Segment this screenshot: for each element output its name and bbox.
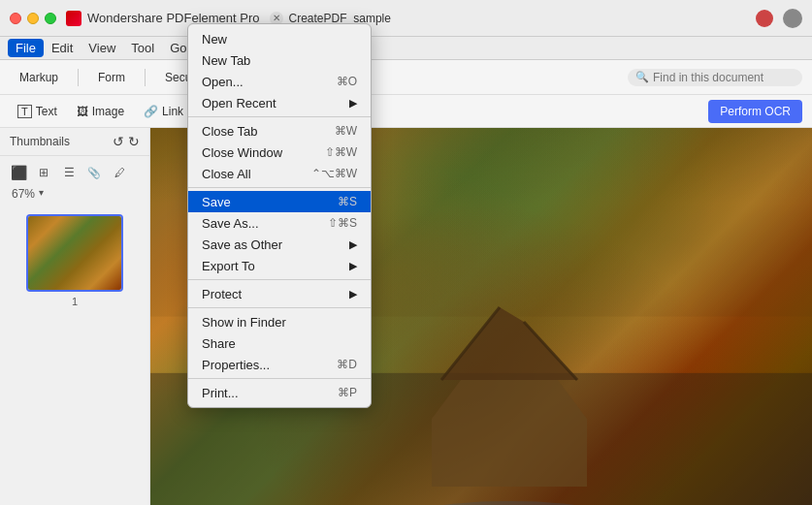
separator-5	[188, 378, 371, 379]
titlebar-right	[756, 9, 802, 28]
toolbar-form[interactable]: Form	[88, 68, 135, 87]
traffic-lights	[10, 13, 56, 24]
separator-2	[188, 187, 371, 188]
page-number: 1	[72, 296, 78, 307]
menu-save-as[interactable]: Save As... ⇧⌘S	[188, 212, 371, 234]
menubar: File Edit View Tool Go Window Help	[0, 37, 812, 60]
toolbar2-link[interactable]: 🔗 Link	[136, 102, 191, 121]
notification-icon[interactable]	[756, 10, 773, 27]
menu-show-in-finder-label: Show in Finder	[202, 315, 286, 330]
menu-save-shortcut: ⌘S	[338, 195, 357, 208]
menu-new[interactable]: New	[188, 28, 371, 49]
svg-marker-3	[441, 307, 577, 380]
menu-new-tab[interactable]: New Tab	[188, 49, 371, 71]
menu-close-tab-shortcut: ⌘W	[335, 124, 357, 138]
menu-print-label: Print...	[202, 386, 239, 400]
sidebar-title: Thumbnails	[10, 135, 70, 148]
thumbnail-area: 1	[0, 206, 149, 505]
menu-save[interactable]: Save ⌘S	[188, 191, 371, 212]
file-menu-dropdown: New New Tab Open... ⌘O Open Recent ▶ Clo…	[187, 23, 372, 408]
menu-protect-arrow: ▶	[349, 288, 357, 300]
close-button[interactable]	[10, 13, 21, 24]
image-label: Image	[92, 105, 124, 118]
separator-3	[188, 279, 371, 280]
sidebar-tools: ⬛ ⊞ ☰ 📎 🖊 67% ▾	[0, 156, 149, 206]
menu-close-window-shortcut: ⇧⌘W	[325, 145, 357, 159]
menu-item-tool[interactable]: Tool	[123, 39, 162, 57]
menu-close-all-shortcut: ⌃⌥⌘W	[311, 167, 357, 180]
toolbar2: T Text 🖼 Image 🔗 Link Perform OCR	[0, 95, 812, 128]
menu-close-window[interactable]: Close Window ⇧⌘W	[188, 142, 371, 163]
menu-export-to-label: Export To	[202, 259, 255, 273]
menu-open-recent-arrow: ▶	[349, 97, 357, 110]
thumbnail-image	[28, 216, 121, 290]
separator-4	[188, 307, 371, 308]
sidebar-tool-5[interactable]: 🖊	[109, 162, 130, 183]
divider-1	[78, 69, 79, 86]
menu-open-recent-label: Open Recent	[202, 96, 276, 110]
toolbar2-image[interactable]: 🖼 Image	[69, 102, 132, 121]
sidebar-tool-3[interactable]: ☰	[58, 162, 80, 183]
menu-save-as-other[interactable]: Save as Other ▶	[188, 234, 371, 255]
menu-close-tab[interactable]: Close Tab ⌘W	[188, 120, 371, 142]
menu-open-label: Open...	[202, 75, 244, 89]
menu-export-to[interactable]: Export To ▶	[188, 255, 371, 276]
link-icon: 🔗	[144, 105, 158, 118]
minimize-button[interactable]	[27, 13, 39, 24]
menu-open-recent[interactable]: Open Recent ▶	[188, 92, 371, 113]
menu-save-as-label: Save As...	[202, 216, 259, 231]
ocr-button[interactable]: Perform OCR	[708, 100, 802, 123]
menu-share-label: Share	[202, 336, 236, 351]
menu-protect-label: Protect	[202, 287, 242, 301]
menu-print-shortcut: ⌘P	[338, 386, 357, 399]
toolbar: Markup Form Security Tool Batch ▾ 🔍	[0, 60, 812, 95]
maximize-button[interactable]	[45, 13, 56, 24]
menu-close-tab-label: Close Tab	[202, 124, 258, 139]
main-area: Thumbnails ↺ ↻ ⬛ ⊞ ☰ 📎 🖊 67% ▾ 1	[0, 128, 812, 505]
menu-show-in-finder[interactable]: Show in Finder	[188, 311, 371, 332]
search-icon: 🔍	[635, 71, 649, 83]
search-box: 🔍	[628, 69, 802, 86]
menu-open-shortcut: ⌘O	[337, 75, 357, 88]
menu-save-as-other-label: Save as Other	[202, 237, 282, 252]
zoom-arrow[interactable]: ▾	[39, 187, 44, 201]
image-icon: 🖼	[77, 105, 88, 118]
user-avatar[interactable]	[783, 9, 802, 28]
menu-new-tab-label: New Tab	[202, 53, 250, 68]
toolbar-markup[interactable]: Markup	[10, 68, 68, 87]
redo-icon[interactable]: ↻	[128, 134, 140, 149]
menu-item-view[interactable]: View	[81, 39, 123, 57]
search-input[interactable]	[653, 71, 795, 84]
text-label: Text	[36, 105, 57, 118]
menu-item-file[interactable]: File	[8, 39, 44, 57]
undo-icon[interactable]: ↺	[113, 134, 124, 149]
menu-item-edit[interactable]: Edit	[44, 39, 81, 57]
sidebar-tool-1[interactable]: ⬛	[8, 162, 29, 183]
menu-close-all[interactable]: Close All ⌃⌥⌘W	[188, 163, 371, 184]
menu-export-to-arrow: ▶	[349, 260, 357, 272]
toolbar2-text[interactable]: T Text	[10, 102, 65, 121]
menu-print[interactable]: Print... ⌘P	[188, 382, 371, 403]
divider-2	[145, 69, 146, 86]
sidebar-header: Thumbnails ↺ ↻	[0, 128, 149, 156]
menu-properties[interactable]: Properties... ⌘D	[188, 354, 371, 375]
menu-new-label: New	[202, 32, 227, 47]
sidebar: Thumbnails ↺ ↻ ⬛ ⊞ ☰ 📎 🖊 67% ▾ 1	[0, 128, 150, 505]
titlebar: Wondershare PDFelement Pro ✕ CreatePDF_s…	[0, 0, 812, 37]
sidebar-tool-2[interactable]: ⊞	[33, 162, 54, 183]
menu-close-all-label: Close All	[202, 167, 251, 181]
menu-share[interactable]: Share	[188, 332, 371, 354]
menu-properties-shortcut: ⌘D	[337, 358, 357, 371]
link-label: Link	[162, 105, 183, 118]
menu-open[interactable]: Open... ⌘O	[188, 71, 371, 92]
menu-properties-label: Properties...	[202, 358, 270, 372]
text-icon: T	[17, 105, 32, 118]
menu-close-window-label: Close Window	[202, 145, 282, 160]
separator-1	[188, 116, 371, 117]
app-icon	[66, 11, 81, 26]
menu-protect[interactable]: Protect ▶	[188, 283, 371, 304]
zoom-label: 67%	[12, 187, 35, 201]
page-thumbnail[interactable]	[26, 214, 123, 292]
sidebar-tool-4[interactable]: 📎	[83, 162, 105, 183]
menu-save-label: Save	[202, 195, 231, 209]
